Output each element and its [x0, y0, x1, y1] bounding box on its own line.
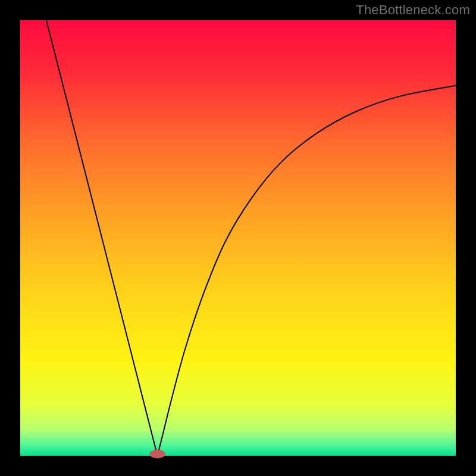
bottleneck-chart	[0, 0, 476, 476]
minimum-marker	[149, 450, 165, 459]
chart-gradient-background	[20, 20, 456, 456]
chart-container: TheBottleneck.com	[0, 0, 476, 476]
watermark-text: TheBottleneck.com	[356, 2, 470, 18]
